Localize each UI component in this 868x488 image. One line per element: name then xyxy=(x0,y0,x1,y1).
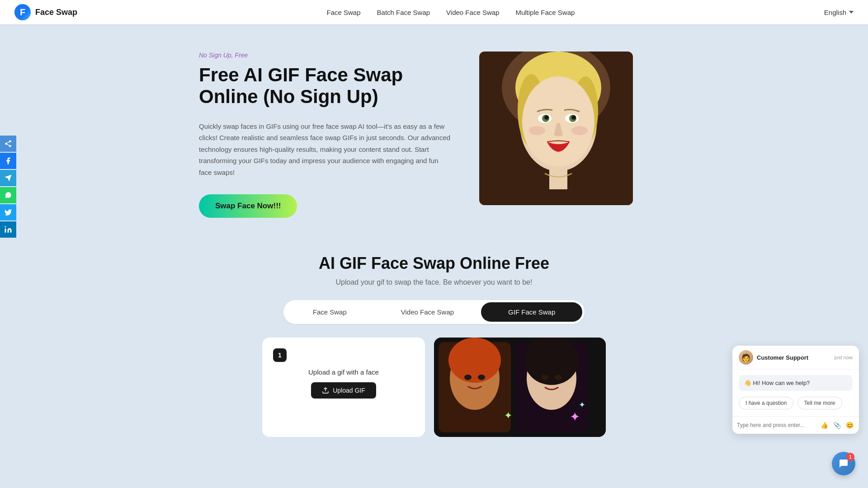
chat-widget: 🧑 Customer Support just now 👋 Hi! How ca… xyxy=(732,346,859,434)
whatsapp-button[interactable] xyxy=(0,187,16,203)
svg-text:✦: ✦ xyxy=(570,410,580,424)
svg-rect-14 xyxy=(549,167,567,189)
brand-logo-icon: F xyxy=(14,4,31,20)
nav-links: Face Swap Batch Face Swap Video Face Swa… xyxy=(327,9,575,16)
emoji-icon[interactable]: 😊 xyxy=(844,420,854,430)
svg-point-15 xyxy=(529,126,545,135)
thumbs-up-icon[interactable]: 👍 xyxy=(819,420,829,430)
language-label: English xyxy=(824,9,846,16)
brand-logo-area[interactable]: F Face Swap xyxy=(14,4,77,20)
chat-header: 🧑 Customer Support just now xyxy=(732,346,859,370)
tabs-row: Face Swap Video Face Swap GIF Face Swap xyxy=(283,300,585,324)
linkedin-button[interactable] xyxy=(0,221,16,238)
svg-text:✦: ✦ xyxy=(579,400,585,409)
section2-title: AI GIF Face Swap Online Free xyxy=(0,254,868,273)
svg-point-13 xyxy=(571,115,576,120)
step-badge: 1 xyxy=(273,348,287,362)
hero-title: Free AI GIF Face Swap Online (No Sign Up… xyxy=(199,64,452,108)
svg-point-28 xyxy=(555,375,562,380)
svg-point-21 xyxy=(448,338,501,383)
svg-point-0 xyxy=(5,226,6,228)
chat-bubble-badge: 1 xyxy=(846,453,854,461)
chat-body: 👋 Hi! How can we help? I have a question… xyxy=(732,370,859,416)
nav-link-video-face-swap[interactable]: Video Face Swap xyxy=(446,9,499,16)
no-signup-tag: No Sign Up, Free xyxy=(199,52,452,59)
navbar: F Face Swap Face Swap Batch Face Swap Vi… xyxy=(0,0,868,24)
brand-name: Face Swap xyxy=(35,8,77,17)
hero-image xyxy=(479,52,633,205)
svg-point-22 xyxy=(464,375,472,380)
twitter-button[interactable] xyxy=(0,204,16,221)
svg-point-7 xyxy=(522,76,594,167)
nav-link-batch-face-swap[interactable]: Batch Face Swap xyxy=(377,9,430,16)
language-selector[interactable]: English xyxy=(824,9,854,16)
svg-point-27 xyxy=(541,375,548,380)
svg-point-23 xyxy=(478,375,485,380)
telegram-button[interactable] xyxy=(0,170,16,186)
quick-reply-question[interactable]: I have a question xyxy=(739,397,793,409)
chat-quick-replies: I have a question Tell me more xyxy=(739,395,853,411)
preview-card-inner: ✦ ✦ ✦ xyxy=(434,338,606,437)
chat-action-icons: 👍 📎 😊 xyxy=(819,420,854,430)
social-sidebar xyxy=(0,136,16,238)
svg-point-12 xyxy=(544,115,549,120)
chat-time: just now xyxy=(835,355,853,360)
preview-svg: ✦ ✦ ✦ xyxy=(434,338,606,437)
share-button[interactable] xyxy=(0,136,16,152)
chat-input-row: 👍 📎 😊 xyxy=(732,416,859,434)
upload-icon xyxy=(322,387,329,394)
chat-greeting-message: 👋 Hi! How can we help? xyxy=(739,375,853,391)
upload-gif-button[interactable]: Upload GIF xyxy=(311,382,376,399)
hero-face-svg xyxy=(479,52,633,205)
upload-gif-card: 1 Upload a gif with a face Upload GIF xyxy=(262,338,425,437)
chat-bubble-button[interactable]: 1 xyxy=(832,452,855,475)
tab-gif-face-swap[interactable]: GIF Face Swap xyxy=(481,302,582,322)
chat-header-left: 🧑 Customer Support xyxy=(739,350,808,365)
hero-section: No Sign Up, Free Free AI GIF Face Swap O… xyxy=(163,24,705,236)
tab-face-swap[interactable]: Face Swap xyxy=(286,302,374,322)
facebook-button[interactable] xyxy=(0,153,16,169)
attachment-icon[interactable]: 📎 xyxy=(832,420,842,430)
svg-point-26 xyxy=(524,338,579,385)
chat-avatar: 🧑 xyxy=(739,350,753,365)
upload-label: Upload a gif with a face xyxy=(308,368,379,376)
nav-link-face-swap[interactable]: Face Swap xyxy=(327,9,361,16)
nav-link-multiple-face-swap[interactable]: Multiple Face Swap xyxy=(515,9,575,16)
chat-input[interactable] xyxy=(737,422,816,428)
hero-description: Quickly swap faces in GIFs using our fre… xyxy=(199,121,452,178)
preview-card: ✦ ✦ ✦ xyxy=(434,338,606,437)
section2-subtitle: Upload your gif to swap the face. Be who… xyxy=(0,278,868,286)
quick-reply-more[interactable]: Tell me more xyxy=(797,397,842,409)
swap-face-cta-button[interactable]: Swap Face Now!!! xyxy=(199,194,297,218)
chat-agent-name: Customer Support xyxy=(757,354,808,361)
svg-text:✦: ✦ xyxy=(504,410,512,421)
chevron-down-icon xyxy=(849,11,854,14)
svg-point-16 xyxy=(571,126,588,135)
tab-video-face-swap[interactable]: Video Face Swap xyxy=(374,302,481,322)
hero-text-block: No Sign Up, Free Free AI GIF Face Swap O… xyxy=(199,52,452,218)
